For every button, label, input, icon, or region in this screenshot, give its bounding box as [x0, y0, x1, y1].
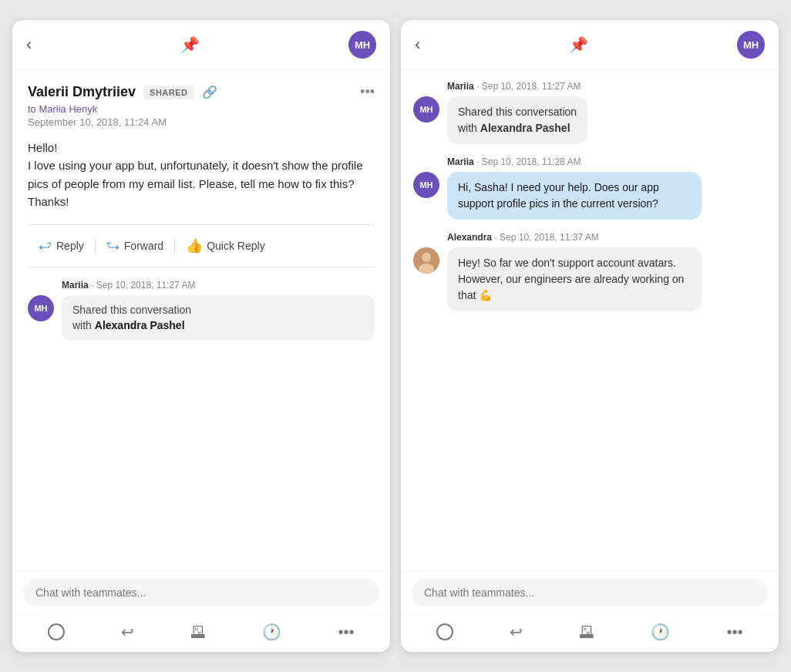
- note-bold-name: Alexandra Pashel: [95, 319, 185, 331]
- msg1-row: MH Shared this conversationwith Alexandr…: [413, 96, 766, 144]
- msg2-row: MH Hi, Sasha! I need your help. Does our…: [413, 172, 766, 220]
- left-nav-circle[interactable]: [48, 623, 65, 640]
- msg1-bubble: Shared this conversationwith Alexandra P…: [447, 96, 587, 144]
- right-chat-input-row: [401, 570, 779, 614]
- left-chat-input[interactable]: [23, 579, 379, 606]
- msg2-avatar: MH: [413, 172, 439, 198]
- right-avatar: MH: [737, 31, 765, 59]
- link-icon: 🔗: [202, 85, 217, 99]
- shared-badge: SHARED: [143, 86, 194, 99]
- message-group-3: Alexandra · Sep 10, 2018, 11:37 AM: [413, 232, 766, 311]
- right-phone: ‹ 📌 MH Mariia · Sep 10, 2018, 11:27 AM M…: [401, 20, 779, 652]
- msg1-date: · Sep 10, 2018, 11:27 AM: [476, 81, 581, 92]
- note-author: Mariia: [62, 280, 89, 291]
- left-nav-reply[interactable]: ↩: [121, 623, 134, 641]
- note-meta: Mariia · Sep 10, 2018, 11:27 AM: [28, 280, 375, 291]
- forward-button[interactable]: ⮑ Forward: [96, 234, 174, 259]
- message-group-2: Mariia · Sep 10, 2018, 11:28 AM MH Hi, S…: [413, 156, 766, 220]
- left-nav-more[interactable]: •••: [338, 623, 354, 641]
- left-nav-archive[interactable]: 🗳: [190, 623, 206, 641]
- right-chat-input[interactable]: [412, 579, 768, 606]
- reply-button[interactable]: ⮐ Reply: [28, 234, 95, 259]
- email-to: to Mariia Henyk: [28, 103, 375, 115]
- msg2-author: Mariia: [447, 156, 474, 167]
- note-bubble: Shared this conversationwith Alexandra P…: [62, 295, 375, 341]
- left-avatar: MH: [348, 31, 376, 59]
- right-nav-clock[interactable]: 🕐: [651, 623, 670, 641]
- left-pin-icon: 📌: [180, 35, 200, 54]
- email-sender-row: Valerii Dmytriiev SHARED 🔗 •••: [28, 84, 375, 100]
- email-more-icon[interactable]: •••: [360, 84, 375, 100]
- email-content: Valerii Dmytriiev SHARED 🔗 ••• to Mariia…: [12, 70, 390, 570]
- msg1-bold: Alexandra Pashel: [480, 122, 571, 134]
- right-pin-icon: 📌: [569, 35, 588, 54]
- note-avatar: MH: [28, 295, 54, 321]
- msg3-meta: Alexandra · Sep 10, 2018, 11:37 AM: [413, 232, 766, 243]
- note-date: · Sep 10, 2018, 11:27 AM: [91, 280, 195, 291]
- msg3-date: · Sep 10, 2018, 11:37 AM: [494, 232, 598, 243]
- left-back-button[interactable]: ‹: [26, 35, 32, 55]
- forward-icon: ⮑: [106, 238, 120, 254]
- msg3-author: Alexandra: [447, 232, 492, 243]
- msg1-author: Mariia: [447, 81, 474, 92]
- left-header: ‹ 📌 MH: [12, 20, 390, 70]
- msg1-meta: Mariia · Sep 10, 2018, 11:27 AM: [413, 81, 766, 92]
- svg-point-1: [422, 253, 431, 262]
- msg2-date: · Sep 10, 2018, 11:28 AM: [476, 156, 581, 167]
- right-back-button[interactable]: ‹: [415, 35, 420, 55]
- forward-label: Forward: [124, 240, 163, 252]
- quick-reply-button[interactable]: 👍 Quick Reply: [175, 233, 275, 259]
- right-nav-reply[interactable]: ↩: [510, 623, 523, 641]
- message-group-1: Mariia · Sep 10, 2018, 11:27 AM MH Share…: [413, 81, 766, 144]
- email-actions: ⮐ Reply ⮑ Forward 👍 Quick Reply: [28, 224, 375, 267]
- reply-icon: ⮐: [39, 238, 52, 254]
- right-bottom-nav: ↩ 🗳 🕐 •••: [401, 614, 779, 652]
- left-bottom-nav: ↩ 🗳 🕐 •••: [12, 614, 390, 652]
- right-nav-circle[interactable]: [436, 623, 453, 640]
- note-row: MH Shared this conversationwith Alexandr…: [28, 295, 375, 341]
- msg3-avatar-photo: [413, 247, 439, 274]
- left-nav-clock[interactable]: 🕐: [262, 623, 281, 641]
- msg2-bubble: Hi, Sasha! I need your help. Does our ap…: [447, 172, 702, 220]
- email-body: Hello!I love using your app but, unfortu…: [28, 139, 375, 210]
- note-section: Mariia · Sep 10, 2018, 11:27 AM MH Share…: [28, 280, 375, 348]
- msg3-row: Hey! So far we don't support account ava…: [413, 247, 766, 311]
- quick-reply-label: Quick Reply: [207, 240, 264, 252]
- left-email-panel: Valerii Dmytriiev SHARED 🔗 ••• to Mariia…: [12, 70, 390, 652]
- right-nav-archive[interactable]: 🗳: [579, 623, 594, 641]
- chat-messages: Mariia · Sep 10, 2018, 11:27 AM MH Share…: [401, 70, 779, 570]
- email-sender-name: Valerii Dmytriiev: [28, 84, 136, 100]
- msg3-bubble: Hey! So far we don't support account ava…: [447, 247, 702, 311]
- right-chat-panel: Mariia · Sep 10, 2018, 11:27 AM MH Share…: [401, 70, 779, 652]
- email-date: September 10, 2018, 11:24 AM: [28, 116, 375, 128]
- left-phone: ‹ 📌 MH Valerii Dmytriiev SHARED 🔗 ••• to…: [12, 20, 390, 652]
- right-nav-more[interactable]: •••: [726, 623, 742, 641]
- msg2-meta: Mariia · Sep 10, 2018, 11:28 AM: [413, 156, 766, 167]
- quick-reply-icon: 👍: [186, 237, 203, 254]
- msg1-avatar: MH: [413, 96, 439, 123]
- reply-label: Reply: [56, 240, 84, 252]
- right-header: ‹ 📌 MH: [401, 20, 779, 70]
- left-chat-input-row: [12, 570, 390, 614]
